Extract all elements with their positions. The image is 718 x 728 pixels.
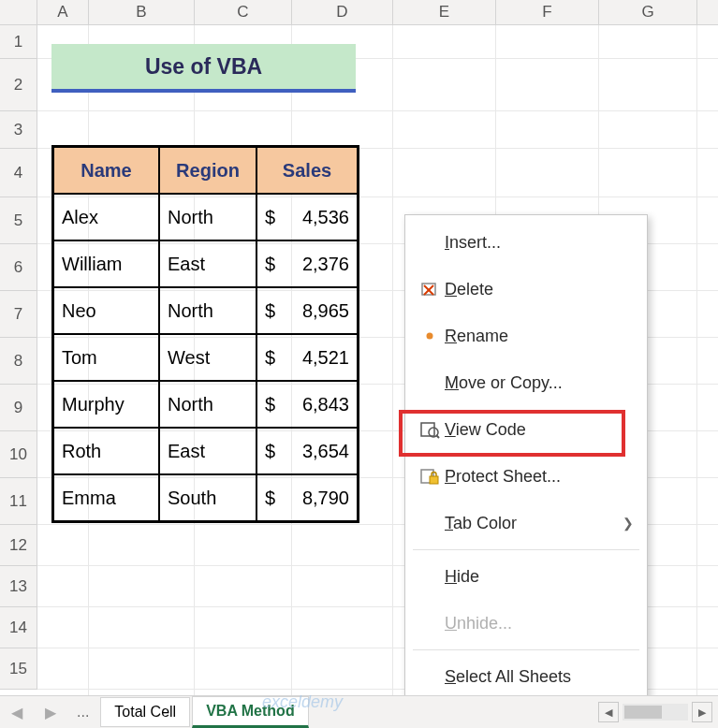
row-header-3[interactable]: 3 <box>0 111 37 149</box>
column-header-row: ABCDEFG <box>0 0 718 25</box>
row-header-12[interactable]: 12 <box>0 525 37 566</box>
cell-name[interactable]: Alex <box>53 194 159 240</box>
cell-region[interactable]: East <box>159 240 256 287</box>
menu-move-copy[interactable]: Move or Copy... <box>405 359 647 406</box>
menu-separator <box>413 549 639 550</box>
table-row: WilliamEast$2,376 <box>53 240 358 287</box>
view-code-icon <box>415 420 445 439</box>
menu-label: Unhide... <box>445 614 634 633</box>
column-header-B[interactable]: B <box>89 0 195 24</box>
cell-name[interactable]: Murphy <box>53 381 159 428</box>
cell-sales[interactable]: $3,654 <box>256 428 358 474</box>
sheet-tab-total-cell[interactable]: Total Cell <box>100 697 190 727</box>
row-header-14[interactable]: 14 <box>0 607 37 648</box>
row-header-13[interactable]: 13 <box>0 566 37 607</box>
column-header-D[interactable]: D <box>292 0 393 24</box>
menu-label: Protect Sheet... <box>445 467 634 487</box>
cell-name[interactable]: Roth <box>53 428 159 474</box>
cell-name[interactable]: William <box>53 240 159 287</box>
row-header-10[interactable]: 10 <box>0 431 37 478</box>
cell-region[interactable]: West <box>159 334 256 381</box>
header-name[interactable]: Name <box>53 147 159 194</box>
row-header-7[interactable]: 7 <box>0 291 37 338</box>
menu-label: Tab Color <box>445 514 623 533</box>
menu-rename[interactable]: Rename <box>405 313 647 359</box>
menu-label: Move or Copy... <box>445 373 634 393</box>
sheet-context-menu: Insert... Delete Rename Move or Copy... … <box>404 214 648 705</box>
menu-tab-color[interactable]: Tab Color ❯ <box>405 500 647 546</box>
scroll-track[interactable] <box>623 704 688 721</box>
protect-icon <box>415 467 445 486</box>
row-header-6[interactable]: 6 <box>0 244 37 291</box>
menu-separator <box>413 649 639 650</box>
rename-icon <box>415 327 445 345</box>
menu-hide[interactable]: Hide <box>405 553 647 600</box>
table-row: NeoNorth$8,965 <box>53 287 358 334</box>
row-header-9[interactable]: 9 <box>0 385 37 431</box>
menu-unhide: Unhide... <box>405 600 647 647</box>
menu-delete[interactable]: Delete <box>405 266 647 313</box>
cell-name[interactable]: Neo <box>53 287 159 334</box>
svg-point-3 <box>427 333 433 340</box>
cell-name[interactable]: Tom <box>53 334 159 381</box>
row-header-5[interactable]: 5 <box>0 197 37 244</box>
cell-sales[interactable]: $6,843 <box>256 381 358 428</box>
cell-sales[interactable]: $8,790 <box>256 474 358 521</box>
row-header-column: 123456789101112131415 <box>0 25 37 690</box>
tab-ellipsis[interactable]: ... <box>67 704 98 721</box>
cell-region[interactable]: North <box>159 194 256 240</box>
column-header-F[interactable]: F <box>496 0 599 24</box>
cell-name[interactable]: Emma <box>53 474 159 521</box>
header-region[interactable]: Region <box>159 147 256 194</box>
sheet-tab-bar: ◀ ▶ ... Total Cell VBA Method ◀ ▶ <box>0 695 718 728</box>
scroll-left-button[interactable]: ◀ <box>598 702 619 722</box>
tab-nav-next[interactable]: ▶ <box>34 704 67 721</box>
scroll-thumb[interactable] <box>624 706 662 719</box>
menu-view-code[interactable]: View Code <box>405 406 647 453</box>
table-row: EmmaSouth$8,790 <box>53 474 358 521</box>
cell-sales[interactable]: $8,965 <box>256 287 358 334</box>
menu-label: Rename <box>445 327 634 346</box>
table-row: TomWest$4,521 <box>53 334 358 381</box>
svg-rect-8 <box>430 476 438 484</box>
chevron-right-icon: ❯ <box>623 516 634 531</box>
select-all-corner[interactable] <box>0 0 37 24</box>
horizontal-scrollbar[interactable]: ◀ ▶ <box>309 702 718 722</box>
row-header-11[interactable]: 11 <box>0 478 37 525</box>
delete-icon <box>415 280 445 298</box>
menu-label: View Code <box>445 420 634 440</box>
svg-line-6 <box>436 435 439 438</box>
cell-region[interactable]: North <box>159 381 256 428</box>
column-header-A[interactable]: A <box>37 0 89 24</box>
menu-label: Select All Sheets <box>445 667 634 687</box>
table-header-row: Name Region Sales <box>53 147 358 194</box>
row-header-1[interactable]: 1 <box>0 25 37 59</box>
scroll-right-button[interactable]: ▶ <box>692 702 712 722</box>
menu-label: Hide <box>445 567 634 587</box>
menu-label: Delete <box>445 280 634 299</box>
table-row: RothEast$3,654 <box>53 428 358 474</box>
menu-protect-sheet[interactable]: Protect Sheet... <box>405 453 647 500</box>
menu-label: Insert... <box>445 233 634 253</box>
row-header-8[interactable]: 8 <box>0 338 37 385</box>
menu-insert[interactable]: Insert... <box>405 219 647 266</box>
table-row: MurphyNorth$6,843 <box>53 381 358 428</box>
tab-nav-prev[interactable]: ◀ <box>0 704 34 721</box>
cell-region[interactable]: East <box>159 428 256 474</box>
cell-region[interactable]: North <box>159 287 256 334</box>
column-header-G[interactable]: G <box>599 0 697 24</box>
column-header-E[interactable]: E <box>393 0 496 24</box>
row-header-4[interactable]: 4 <box>0 149 37 197</box>
svg-rect-4 <box>421 423 434 436</box>
cell-sales[interactable]: $4,521 <box>256 334 358 381</box>
header-sales[interactable]: Sales <box>256 147 358 194</box>
cell-sales[interactable]: $2,376 <box>256 240 358 287</box>
cell-sales[interactable]: $4,536 <box>256 194 358 240</box>
row-header-2[interactable]: 2 <box>0 59 37 111</box>
title-banner: Use of VBA <box>51 44 356 93</box>
menu-select-all-sheets[interactable]: Select All Sheets <box>405 653 647 700</box>
column-header-C[interactable]: C <box>195 0 292 24</box>
sheet-tab-vba-method[interactable]: VBA Method <box>192 696 309 728</box>
cell-region[interactable]: South <box>159 474 256 521</box>
row-header-15[interactable]: 15 <box>0 648 37 690</box>
